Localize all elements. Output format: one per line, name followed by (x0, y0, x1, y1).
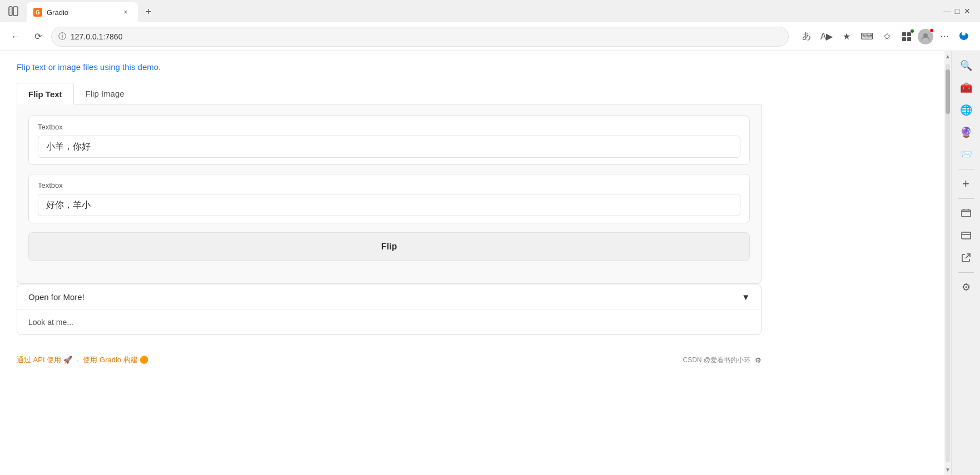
accordion-body-text: Look at me... (28, 318, 73, 327)
minimize-button[interactable]: — (943, 7, 951, 15)
address-text[interactable]: 127.0.0.1:7860 (71, 32, 782, 41)
gradio-page: Flip text or image files using this demo… (0, 51, 778, 387)
tab-nav: Flip Text Flip Image (17, 83, 762, 104)
scrollbar-track[interactable] (946, 64, 950, 462)
svg-rect-4 (902, 37, 906, 41)
textbox-input-container: Textbox (28, 116, 750, 165)
flip-button[interactable]: Flip (28, 232, 750, 261)
favorites-icon[interactable]: ★ (838, 28, 855, 46)
svg-rect-7 (962, 210, 971, 217)
reload-button[interactable]: ⟳ (29, 28, 47, 46)
avatar-notification-dot (929, 28, 934, 33)
toolbar-icons: あ A▶ ★ ⌨ ✩ ⋯ (798, 28, 973, 46)
address-bar-row: ← ⟳ ⓘ 127.0.0.1:7860 あ A▶ ★ ⌨ ✩ (0, 22, 980, 51)
accordion-chevron: ▼ (742, 292, 750, 302)
footer-attribution: CSDN @爱看书的小环 (683, 356, 750, 365)
svg-rect-8 (962, 232, 971, 239)
tab-title: Gradio (47, 8, 116, 17)
footer-api-link[interactable]: 通过 API 使用 🚀 (17, 355, 72, 365)
extensions-icon[interactable] (898, 28, 916, 46)
back-button[interactable]: ← (7, 28, 24, 46)
textbox1-label: Textbox (38, 123, 740, 131)
search-icon[interactable]: 🔍 (956, 56, 976, 76)
gradio-logo-icon: 🟠 (140, 356, 148, 364)
translate-icon[interactable]: あ (798, 28, 815, 46)
close-button[interactable]: ✕ (963, 7, 971, 15)
scrollbar[interactable]: ▲ ▼ (944, 51, 951, 475)
sidebar-separator (958, 169, 974, 169)
add-tool-icon[interactable]: + (956, 174, 976, 194)
page-content: Flip text or image files using this demo… (0, 51, 944, 475)
browser-frame: G Gradio × + — □ ✕ ← ⟳ ⓘ 127.0.0.1:7860 … (0, 0, 980, 475)
read-aloud-icon[interactable]: A▶ (818, 28, 835, 46)
footer-built-link[interactable]: 使用 Gradio 构建 🟠 (83, 355, 148, 365)
accordion: Open for More! ▼ Look at me... (17, 284, 762, 335)
crystal-icon[interactable]: 🔮 (956, 122, 976, 142)
title-bar: G Gradio × + — □ ✕ (0, 0, 980, 22)
window-controls: — □ ✕ (943, 7, 971, 15)
svg-rect-2 (902, 32, 906, 36)
info-icon: ⓘ (58, 32, 66, 42)
accordion-title: Open for More! (28, 292, 84, 302)
globe-icon[interactable]: 🌐 (956, 100, 976, 120)
sidebar-toggle[interactable] (4, 2, 22, 20)
accordion-header[interactable]: Open for More! ▼ (17, 284, 761, 309)
textbox-output-container: Textbox (28, 174, 750, 223)
gradio-tabs: Flip Text Flip Image Textbox Textbox (17, 83, 762, 284)
textbox2-label: Textbox (38, 181, 740, 189)
textbox1-input[interactable] (38, 136, 740, 158)
open-external-icon[interactable] (956, 248, 976, 268)
accordion-body: Look at me... (17, 309, 761, 334)
tab-content-flip-text: Textbox Textbox Flip (17, 104, 762, 284)
settings-icon[interactable]: ⚙ (956, 277, 976, 297)
right-sidebar: 🔍 🧰 🌐 🔮 📨 + (951, 51, 980, 475)
rocket-icon: 🚀 (63, 356, 72, 364)
tab-favicon: G (33, 8, 42, 17)
scrollbar-thumb[interactable] (946, 69, 950, 114)
send-icon[interactable]: 📨 (956, 144, 976, 164)
sidebar-separator-3 (958, 272, 974, 273)
svg-rect-1 (13, 7, 18, 16)
svg-rect-0 (9, 7, 12, 16)
footer-built-text: 使用 Gradio 构建 (83, 356, 137, 364)
profile-avatar[interactable] (918, 29, 933, 44)
screenshot-icon[interactable] (956, 203, 976, 223)
tab-close-button[interactable]: × (120, 7, 131, 18)
new-tab-button[interactable]: + (140, 3, 157, 20)
browser-body: Flip text or image files using this demo… (0, 51, 980, 475)
footer: 通过 API 使用 🚀 · 使用 Gradio 构建 🟠 CSDN @爱看书的小… (17, 344, 762, 376)
browser-tabs: G Gradio × + (27, 0, 943, 22)
briefcase-icon[interactable]: 🧰 (956, 78, 976, 98)
footer-api-text: 通过 API 使用 (17, 356, 61, 364)
window-icon[interactable] (956, 226, 976, 246)
page-description: Flip text or image files using this demo… (17, 62, 762, 72)
textbox2-input[interactable] (38, 194, 740, 216)
active-tab[interactable]: G Gradio × (27, 2, 138, 22)
address-box[interactable]: ⓘ 127.0.0.1:7860 (51, 27, 789, 47)
sidebar-separator-2 (958, 198, 974, 199)
more-options-icon[interactable]: ⋯ (936, 28, 953, 46)
footer-dot: · (77, 356, 79, 364)
tab-flip-image[interactable]: Flip Image (74, 83, 136, 104)
tab-flip-text[interactable]: Flip Text (17, 83, 74, 104)
edge-icon[interactable] (956, 28, 973, 46)
footer-gear-icon[interactable]: ⚙ (755, 356, 762, 364)
svg-rect-5 (907, 37, 911, 41)
split-view-icon[interactable]: ⌨ (858, 28, 875, 46)
collections-icon[interactable]: ✩ (878, 28, 896, 46)
maximize-button[interactable]: □ (953, 7, 961, 15)
